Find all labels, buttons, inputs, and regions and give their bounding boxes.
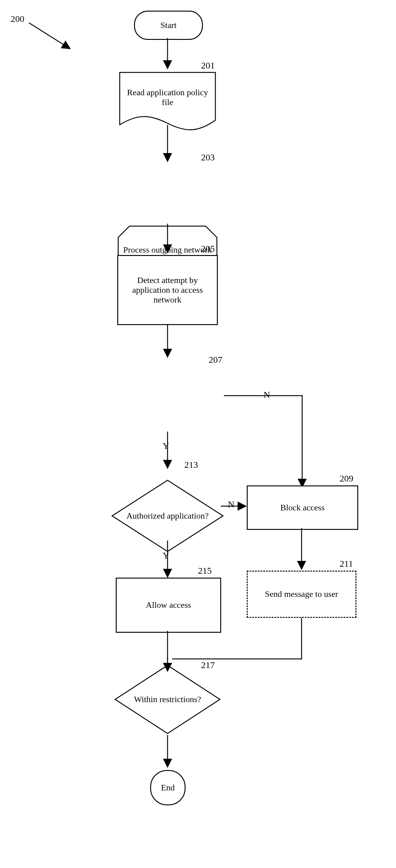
ref-205: 205 — [201, 244, 215, 254]
edge-send-join — [166, 618, 306, 662]
edge-auth-within — [163, 432, 172, 473]
node-block: Block access — [247, 486, 358, 530]
node-send-label: Send message to user — [265, 589, 338, 599]
node-allow-label: Allow access — [146, 600, 191, 610]
edge-start-read — [163, 38, 172, 73]
diagram-reference: 200 — [11, 14, 24, 24]
node-end: End — [150, 770, 186, 805]
node-detect-label: Detect attempt by application to access … — [122, 275, 213, 305]
node-end-label: End — [161, 783, 174, 793]
edge-within-allow — [163, 540, 172, 582]
node-read: Read application policy file — [119, 71, 216, 132]
edge-within-block — [220, 501, 250, 511]
ref-211: 211 — [340, 558, 353, 569]
ref-207: 207 — [209, 354, 222, 365]
edge-block-send — [297, 528, 306, 574]
ref-213: 213 — [184, 460, 198, 470]
ref-201: 201 — [201, 60, 215, 71]
node-start-label: Start — [161, 21, 177, 30]
node-detect: Detect attempt by application to access … — [117, 255, 218, 325]
edge-join-finish — [163, 657, 172, 676]
ref-203: 203 — [201, 152, 215, 162]
node-block-label: Block access — [280, 503, 324, 513]
edge-auth-block — [223, 394, 320, 492]
edge-read-proc — [163, 125, 172, 166]
node-start: Start — [134, 11, 203, 40]
edge-proc-detect — [163, 224, 172, 257]
svg-line-0 — [29, 23, 70, 49]
node-send: Send message to user — [247, 571, 357, 618]
ref-217: 217 — [201, 660, 215, 670]
arrow-200 — [27, 21, 76, 55]
node-read-label: Read application policy file — [119, 71, 216, 123]
edge-finish-end — [163, 735, 172, 772]
edge-detect-auth — [163, 325, 172, 362]
ref-215: 215 — [198, 565, 212, 576]
ref-209: 209 — [340, 473, 353, 484]
